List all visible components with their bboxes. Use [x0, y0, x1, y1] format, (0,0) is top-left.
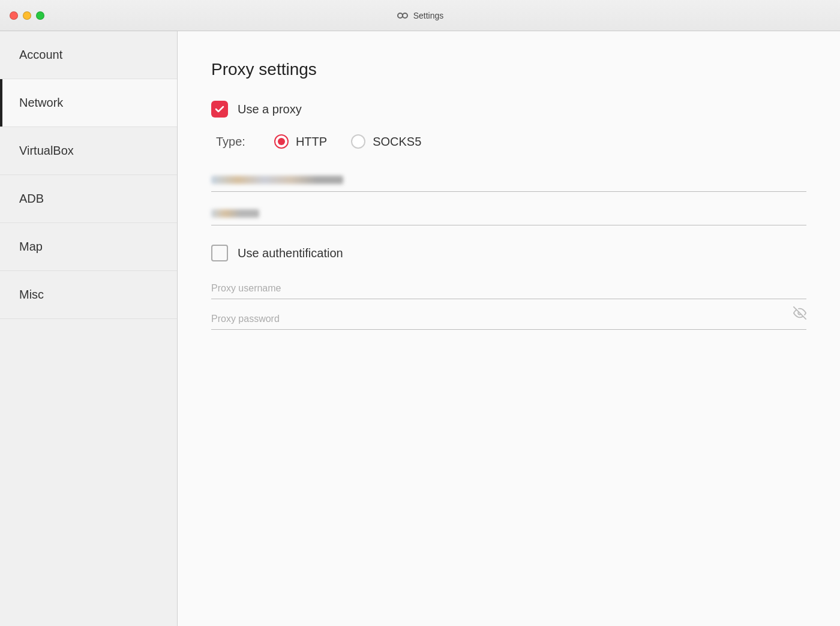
sidebar-item-map[interactable]: Map: [0, 223, 177, 271]
radio-socks5-circle[interactable]: [351, 134, 365, 149]
radio-socks5-label: SOCKS5: [373, 135, 421, 149]
maximize-button[interactable]: [36, 11, 44, 20]
proxy-username-group: [211, 278, 806, 299]
proxy-password-group: [211, 309, 806, 330]
svg-point-0: [398, 13, 403, 18]
radio-socks5[interactable]: SOCKS5: [351, 134, 421, 149]
sidebar-item-network[interactable]: Network: [0, 79, 177, 127]
proxy-port-blurred: [211, 209, 259, 218]
radio-http-label: HTTP: [296, 135, 327, 149]
traffic-lights: [10, 11, 44, 20]
proxy-address-display: [211, 168, 806, 192]
toggle-password-icon[interactable]: [793, 306, 806, 323]
use-auth-label: Use authentification: [238, 246, 343, 260]
radio-http[interactable]: HTTP: [274, 134, 327, 149]
proxy-port-group: [211, 201, 806, 225]
title-bar-content: Settings: [397, 10, 444, 22]
proxy-password-input[interactable]: [211, 309, 806, 330]
minimize-button[interactable]: [23, 11, 31, 20]
app-icon: [397, 10, 409, 22]
window-title: Settings: [413, 11, 444, 20]
proxy-username-input[interactable]: [211, 278, 806, 299]
proxy-address-blurred: [211, 176, 343, 184]
radio-http-inner: [278, 138, 285, 145]
use-proxy-label: Use a proxy: [238, 103, 302, 116]
type-label: Type:: [216, 135, 245, 149]
proxy-type-group: HTTP SOCKS5: [274, 134, 421, 149]
page-title: Proxy settings: [211, 60, 806, 79]
title-bar: Settings: [0, 0, 840, 31]
proxy-address-group: [211, 168, 806, 192]
sidebar-item-misc[interactable]: Misc: [0, 271, 177, 319]
sidebar-item-account[interactable]: Account: [0, 31, 177, 79]
use-proxy-section: Use a proxy Type: HTTP SOCKS5: [211, 101, 806, 225]
sidebar: Account Network VirtualBox ADB Map Misc: [0, 31, 178, 626]
close-button[interactable]: [10, 11, 18, 20]
app-body: Account Network VirtualBox ADB Map Misc …: [0, 31, 840, 626]
main-content: Proxy settings Use a proxy Type:: [178, 31, 840, 626]
use-proxy-checkbox[interactable]: [211, 101, 228, 118]
svg-point-1: [403, 13, 407, 18]
use-auth-checkbox[interactable]: [211, 245, 228, 261]
use-auth-row: Use authentification: [211, 245, 806, 261]
radio-http-circle[interactable]: [274, 134, 289, 149]
use-proxy-row: Use a proxy: [211, 101, 806, 118]
proxy-port-display: [211, 201, 806, 225]
proxy-type-row: Type: HTTP SOCKS5: [216, 134, 806, 149]
sidebar-item-virtualbox[interactable]: VirtualBox: [0, 127, 177, 175]
sidebar-item-adb[interactable]: ADB: [0, 175, 177, 223]
auth-section: Use authentification: [211, 245, 806, 330]
